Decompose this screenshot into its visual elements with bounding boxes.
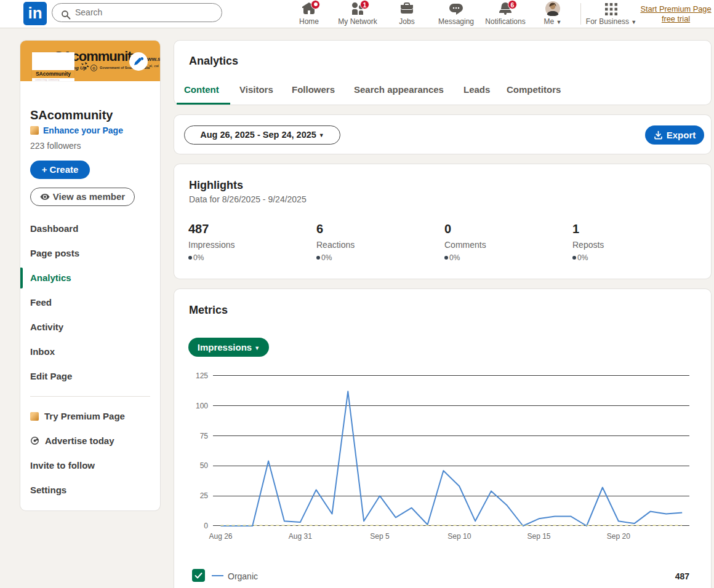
svg-text:100: 100 <box>196 402 208 410</box>
svg-text:Aug 26: Aug 26 <box>209 532 232 541</box>
svg-text:0: 0 <box>204 522 208 530</box>
svg-text:Sep 15: Sep 15 <box>527 532 550 541</box>
svg-text:Aug 31: Aug 31 <box>289 532 312 541</box>
svg-text:Sep 20: Sep 20 <box>607 532 630 541</box>
svg-text:Sep 10: Sep 10 <box>447 532 471 541</box>
svg-text:25: 25 <box>200 491 209 500</box>
svg-text:125: 125 <box>196 371 208 380</box>
svg-text:75: 75 <box>200 432 209 440</box>
svg-text:Sep 5: Sep 5 <box>370 532 390 541</box>
svg-text:50: 50 <box>200 461 209 470</box>
